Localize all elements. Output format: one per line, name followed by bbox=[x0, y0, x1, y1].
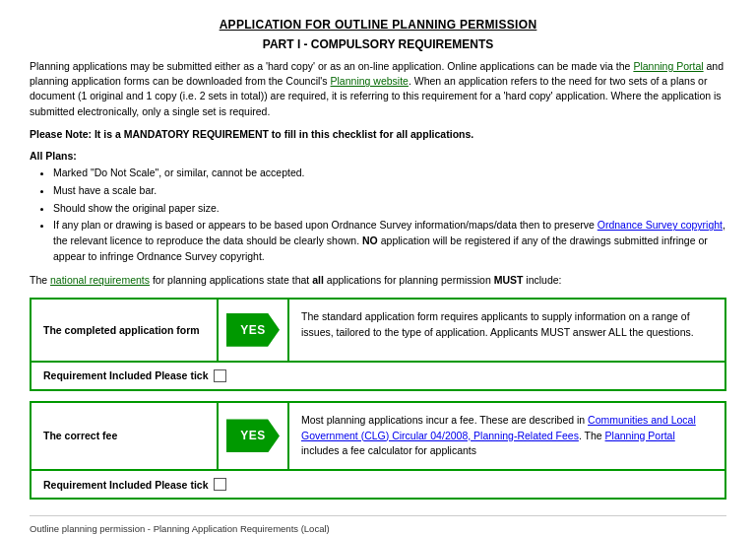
req-yes-wrap-2: YES bbox=[219, 403, 289, 469]
requirement-block-1: The completed application form YES The s… bbox=[30, 298, 726, 391]
national-req-paragraph: The national requirements for planning a… bbox=[30, 273, 726, 288]
footer-line-1: Outline planning permission - Planning A… bbox=[30, 522, 330, 535]
intro-paragraph: Planning applications may be submitted e… bbox=[30, 59, 726, 119]
planning-portal-link-2[interactable]: Planning Portal bbox=[605, 430, 675, 441]
req-block-top-1: The completed application form YES The s… bbox=[32, 300, 724, 361]
planning-portal-link-1[interactable]: Planning Portal bbox=[633, 60, 703, 72]
bullet-4: If any plan or drawing is based or appea… bbox=[53, 218, 726, 264]
req-label-1: The completed application form bbox=[32, 300, 219, 361]
all-plans-title: All Plans: bbox=[30, 150, 726, 162]
requirement-block-2: The correct fee YES Most planning applic… bbox=[30, 401, 726, 500]
req-label-2: The correct fee bbox=[32, 403, 219, 469]
tick-box-1[interactable] bbox=[214, 369, 226, 382]
mandatory-note: Please Note: It is a MANDATORY REQUIREME… bbox=[30, 127, 726, 142]
req-block-top-2: The correct fee YES Most planning applic… bbox=[32, 403, 724, 469]
footer-left: Outline planning permission - Planning A… bbox=[30, 522, 330, 535]
ordnance-survey-link[interactable]: Ordnance Survey copyright bbox=[598, 219, 723, 231]
page-container: APPLICATION FOR OUTLINE PLANNING PERMISS… bbox=[30, 18, 726, 535]
bullet-2: Must have a scale bar. bbox=[53, 183, 726, 199]
yes-button-2[interactable]: YES bbox=[226, 419, 280, 452]
part-title: PART I - COMPULSORY REQUIREMENTS bbox=[30, 37, 726, 51]
req-desc-2: Most planning applications incur a fee. … bbox=[289, 403, 724, 469]
req-block-bottom-2: Requirement Included Please tick bbox=[32, 469, 724, 498]
page-footer: Outline planning permission - Planning A… bbox=[30, 515, 726, 535]
main-title: APPLICATION FOR OUTLINE PLANNING PERMISS… bbox=[30, 18, 726, 32]
all-plans-list: Marked "Do Not Scale", or similar, canno… bbox=[53, 166, 726, 265]
planning-website-link[interactable]: Planning website bbox=[331, 75, 409, 87]
req-block-bottom-1: Requirement Included Please tick bbox=[32, 361, 724, 389]
tick-box-2[interactable] bbox=[214, 478, 226, 491]
req-yes-wrap-1: YES bbox=[219, 300, 289, 361]
req-desc-1: The standard application form requires a… bbox=[289, 300, 724, 361]
req-bottom-label-2: Requirement Included Please tick bbox=[43, 479, 208, 491]
bullet-3: Should show the original paper size. bbox=[53, 201, 726, 217]
bullet-1: Marked "Do Not Scale", or similar, canno… bbox=[53, 166, 726, 181]
req-bottom-label-1: Requirement Included Please tick bbox=[43, 369, 208, 381]
yes-button-1[interactable]: YES bbox=[226, 313, 280, 347]
national-requirements-link[interactable]: national requirements bbox=[50, 274, 150, 286]
